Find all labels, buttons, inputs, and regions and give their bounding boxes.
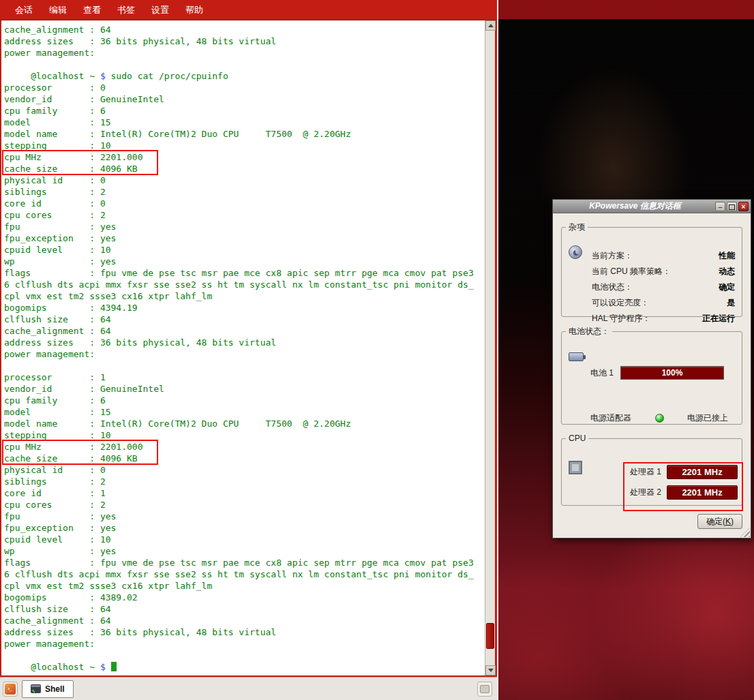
- terminal-line: core id : 1: [4, 487, 485, 499]
- terminal-line: model : 15: [4, 117, 485, 128]
- battery-group: 电池状态： 电池 1 100% 电源适配器 电源已接上: [561, 326, 742, 425]
- scroll-up-button[interactable]: [485, 20, 496, 31]
- prompt-host: @localhost ~: [31, 662, 100, 672]
- menu-edit[interactable]: 编辑: [41, 0, 75, 20]
- maximize-button[interactable]: [727, 202, 737, 211]
- ok-label: 确定(: [706, 517, 725, 526]
- terminal-line: power management:: [4, 348, 485, 360]
- terminal-line: address sizes : 36 bits physical, 48 bit…: [4, 626, 485, 638]
- terminal-line: stepping : 10: [4, 140, 485, 151]
- battery-label: 电池 1: [590, 367, 614, 379]
- terminal-line: cache_alignment : 64: [4, 24, 485, 35]
- terminal-line: address sizes : 36 bits physical, 48 bit…: [4, 35, 485, 47]
- menu-help[interactable]: 帮助: [177, 0, 211, 20]
- tab-bar: Shell: [0, 677, 497, 700]
- terminal-line: model : 15: [4, 406, 485, 418]
- processor-label: 处理器 2: [630, 487, 661, 498]
- info-value: 动态: [719, 264, 735, 279]
- info-value: 是: [727, 295, 735, 311]
- terminal-line: cpu cores : 2: [4, 209, 485, 221]
- battery-progress-bar: 100%: [620, 366, 724, 380]
- info-label: 可以设定亮度：: [592, 295, 649, 311]
- scrollbar-thumb[interactable]: [486, 623, 494, 649]
- battery-icon: [569, 352, 584, 361]
- menu-session[interactable]: 会话: [7, 0, 41, 20]
- info-label: 当前方案：: [592, 248, 633, 264]
- terminal-line: physical id : 0: [4, 464, 485, 476]
- session-list-icon: [480, 685, 489, 693]
- terminal-line: [4, 650, 485, 661]
- info-value: 性能: [719, 248, 735, 264]
- terminal-line: fpu_exception : yes: [4, 522, 485, 534]
- redacted-username: [4, 71, 31, 81]
- adapter-row: 电源适配器 电源已接上: [590, 412, 728, 424]
- tab-shell[interactable]: Shell: [22, 680, 74, 698]
- terminal-scrollbar[interactable]: [485, 20, 495, 675]
- info-value: 确定: [719, 279, 735, 295]
- menu-view[interactable]: 查看: [75, 0, 109, 20]
- menu-bookmarks[interactable]: 书签: [109, 0, 143, 20]
- info-row: 当前 CPU 频率策略：动态: [592, 264, 735, 279]
- minimize-button[interactable]: –: [715, 202, 725, 211]
- battery-percent: 100%: [662, 368, 683, 378]
- terminal-line: physical id : 0: [4, 174, 485, 186]
- prompt-dollar: $: [100, 71, 111, 81]
- terminal-line: wp : yes: [4, 545, 485, 557]
- arrow-up-icon: [488, 24, 494, 27]
- terminal-line: cache_alignment : 64: [4, 615, 485, 626]
- terminal-line: cpl vmx est tm2 ssse3 cx16 xtpr lahf_lm: [4, 580, 485, 592]
- terminal-line: 6 clflush dts acpi mmx fxsr sse sse2 ss …: [4, 279, 485, 290]
- resize-grip[interactable]: [740, 528, 750, 537]
- terminal-line: cpuid level : 10: [4, 534, 485, 545]
- scrollbar-track[interactable]: [485, 31, 496, 665]
- menu-settings[interactable]: 设置: [143, 0, 177, 20]
- terminal-line: processor : 0: [4, 82, 485, 93]
- terminal-line: cache size : 4096 KB: [4, 453, 485, 464]
- terminal[interactable]: cache_alignment : 64address sizes : 36 b…: [0, 20, 497, 677]
- close-button[interactable]: ×: [738, 202, 749, 211]
- session-list-button[interactable]: [477, 682, 492, 697]
- terminal-line: 6 clflush dts acpi mmx fxsr sse sse2 ss …: [4, 568, 485, 580]
- cpu-rows: 处理器 12201 MHz处理器 22201 MHz: [630, 465, 738, 506]
- screen: 会话编辑查看书签设置帮助 cache_alignment : 64address…: [0, 0, 754, 700]
- terminal-line: clflush size : 64: [4, 314, 485, 325]
- terminal-line: power management:: [4, 638, 485, 650]
- arrow-down-icon: [488, 669, 494, 672]
- terminal-line: vendor_id : GenuineIntel: [4, 93, 485, 105]
- terminal-line: cache size : 4096 KB: [4, 163, 485, 174]
- terminal-line: fpu : yes: [4, 511, 485, 522]
- terminal-line: cpu MHz : 2201.000: [4, 441, 485, 453]
- cpu-icon: [569, 461, 582, 474]
- menu-bar: 会话编辑查看书签设置帮助: [0, 0, 497, 20]
- scroll-down-button[interactable]: [485, 665, 496, 675]
- adapter-status: 电源已接上: [687, 412, 728, 424]
- terminal-line: [4, 59, 485, 70]
- terminal-line: cpu family : 6: [4, 395, 485, 406]
- terminal-line: clflush size : 64: [4, 603, 485, 615]
- prompt-host: @localhost ~: [31, 71, 100, 81]
- prompt-dollar: $: [100, 662, 111, 672]
- terminal-line: fpu_exception : yes: [4, 232, 485, 244]
- ok-button[interactable]: 确定(K): [697, 514, 742, 529]
- terminal-line: @localhost ~ $ sudo cat /proc/cpuinfo: [4, 70, 485, 82]
- command-text: sudo cat /proc/cpuinfo: [111, 71, 228, 81]
- info-row: 当前方案：性能: [592, 248, 735, 264]
- terminal-line: model name : Intel(R) Core(TM)2 Duo CPU …: [4, 128, 485, 140]
- misc-group-legend: 杂项: [566, 222, 588, 233]
- terminal-line: cpu cores : 2: [4, 499, 485, 511]
- terminal-line: model name : Intel(R) Core(TM)2 Duo CPU …: [4, 418, 485, 429]
- tab-label: Shell: [45, 684, 65, 694]
- terminal-icon: [31, 684, 41, 693]
- dialog-title: KPowersave 信息对话框: [555, 200, 715, 212]
- terminal-line: address sizes : 36 bits physical, 48 bit…: [4, 337, 485, 348]
- terminal-line: stepping : 10: [4, 429, 485, 441]
- processor-label: 处理器 1: [630, 466, 661, 478]
- terminal-line: processor : 1: [4, 371, 485, 383]
- new-session-button[interactable]: [3, 682, 18, 697]
- terminal-line: flags : fpu vme de pse tsc msr pae mce c…: [4, 557, 485, 568]
- dialog-titlebar[interactable]: KPowersave 信息对话框 – ×: [553, 200, 751, 213]
- terminal-line: [4, 360, 485, 371]
- info-value: 正在运行: [702, 311, 735, 326]
- cpu-group: CPU 处理器 12201 MHz处理器 22201 MHz: [561, 433, 742, 506]
- power-led-icon: [655, 414, 664, 423]
